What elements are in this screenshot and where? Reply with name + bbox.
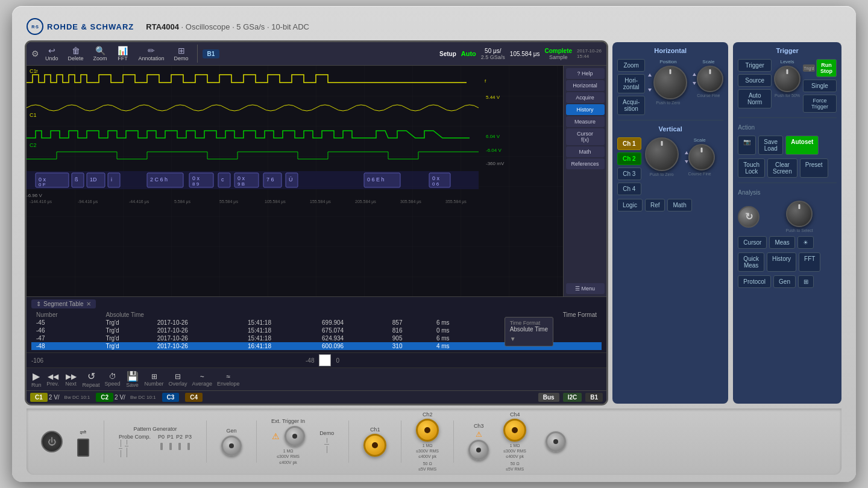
col-v2 bbox=[432, 311, 482, 319]
delete-button[interactable]: 🗑Delete bbox=[64, 45, 87, 63]
svg-text:-360 mV: -360 mV bbox=[486, 161, 505, 166]
waveform-svg: C1 f C1 C2 bbox=[27, 66, 563, 296]
horizontal-inst-button[interactable]: Hori- zontal bbox=[617, 74, 645, 93]
source-button[interactable]: Source bbox=[738, 74, 772, 87]
quick-meas-button[interactable]: Quick Meas bbox=[738, 252, 764, 272]
p2-connector: P2 bbox=[176, 434, 183, 450]
menu-button[interactable]: ☰ Menu bbox=[566, 283, 605, 294]
autoset-button[interactable]: Autoset bbox=[785, 136, 819, 155]
ch3-front-connector: Ch3 ⚠ bbox=[468, 423, 489, 460]
overlay-pb-button[interactable]: ⊟ Overlay bbox=[169, 372, 187, 387]
zoom-inst-button[interactable]: Zoom bbox=[617, 59, 645, 72]
force-trigger-button[interactable]: Force Trigger bbox=[803, 95, 837, 113]
zoom-button[interactable]: 🔍Zoom bbox=[90, 45, 111, 63]
fft-analysis-button[interactable]: FFT bbox=[799, 252, 820, 272]
references-button[interactable]: References bbox=[566, 158, 605, 169]
annotation-button[interactable]: ✏Annotation bbox=[135, 45, 168, 63]
svg-text:0 6: 0 6 bbox=[432, 181, 439, 187]
ch3-badge[interactable]: C3 bbox=[162, 393, 180, 402]
analysis-select-knob[interactable] bbox=[786, 201, 813, 227]
cursor-button[interactable]: Cursor f(x) bbox=[566, 128, 605, 145]
save-load-button[interactable]: Save Load bbox=[758, 136, 783, 155]
gen-button[interactable]: Gen bbox=[773, 275, 796, 288]
single-button[interactable]: Single bbox=[803, 80, 837, 92]
analysis-knob[interactable]: ↻ bbox=[738, 206, 760, 228]
ch1-vert-button[interactable]: Ch 1 bbox=[617, 137, 641, 150]
acquisition-button[interactable]: Acqui- sition bbox=[617, 96, 645, 115]
b1-indicator[interactable]: B1 bbox=[203, 49, 220, 58]
b1-badge[interactable]: B1 bbox=[585, 393, 603, 402]
envelope-pb-button[interactable]: ≈ Envelope bbox=[217, 372, 240, 387]
vert-scale-knob[interactable] bbox=[688, 144, 715, 170]
save-pb-button[interactable]: 💾 Save bbox=[125, 371, 140, 388]
help-button[interactable]: ? Help bbox=[566, 68, 605, 79]
clear-screen-button[interactable]: Clear Screen bbox=[767, 158, 797, 178]
position-knob[interactable] bbox=[653, 66, 687, 99]
trigger-button[interactable]: Trigger bbox=[738, 59, 772, 72]
action-title: Action bbox=[738, 124, 837, 131]
close-segment-table[interactable]: ✕ bbox=[86, 301, 91, 307]
brightness-button[interactable]: ☀ bbox=[797, 236, 814, 249]
ch4-vert-button[interactable]: Ch 4 bbox=[617, 183, 641, 195]
analysis-row2: Quick Meas History FFT bbox=[738, 252, 837, 272]
scale-knob[interactable] bbox=[697, 66, 723, 92]
repeat-pb-button[interactable]: ↺ Repeat bbox=[83, 371, 100, 388]
ch2-vert-button[interactable]: Ch 2 bbox=[617, 152, 641, 165]
measure-button[interactable]: Measure bbox=[566, 116, 605, 127]
run-pb-button[interactable]: ▶ Run bbox=[31, 371, 42, 388]
acquire-button[interactable]: Acquire bbox=[566, 92, 605, 103]
settings-icon[interactable]: ⚙ bbox=[31, 49, 39, 58]
ch3-vert-button[interactable]: Ch 3 bbox=[617, 167, 641, 180]
ch2-badge[interactable]: C2 bbox=[96, 393, 113, 402]
vert-position-knob[interactable] bbox=[645, 137, 679, 171]
history-analysis-button[interactable]: History bbox=[767, 252, 796, 272]
next-pb-button[interactable]: ▶▶ Next bbox=[64, 372, 78, 387]
svg-text:C1: C1 bbox=[30, 68, 37, 74]
toolbar-right: Setup Auto 50 μs/ 2.5 GSa/s 105.584 μs C… bbox=[439, 48, 602, 60]
ch4-bnc2 bbox=[546, 431, 566, 452]
auto-norm-button[interactable]: Auto Norm bbox=[738, 89, 772, 108]
trigger-mode-info: Auto bbox=[461, 50, 476, 57]
meas-button[interactable]: Meas bbox=[769, 236, 794, 249]
ch4-badge[interactable]: C4 bbox=[185, 393, 203, 402]
scale-label: Scale bbox=[702, 59, 714, 64]
power-button[interactable]: ⏻ bbox=[41, 431, 63, 452]
ch4-spec2: 50 Ω≤5V RMS bbox=[506, 461, 524, 472]
horizontal-button[interactable]: Horizontal bbox=[566, 80, 605, 91]
svg-text:c: c bbox=[221, 177, 224, 183]
average-pb-button[interactable]: ~ Average bbox=[192, 372, 212, 387]
cursor-analysis-button[interactable]: Cursor bbox=[738, 236, 767, 249]
run-stop-button[interactable]: Run Stop bbox=[816, 59, 837, 77]
protocol-button[interactable]: Protocol bbox=[738, 275, 771, 288]
grid-button[interactable]: ⊞ bbox=[798, 275, 814, 288]
touch-lock-button[interactable]: Touch Lock bbox=[738, 158, 765, 178]
ch2-front-connector: Ch2 1 MΩ≤300V RMS≤400V pk 50 Ω≤5V RMS bbox=[416, 411, 439, 471]
camera-button[interactable]: 📷 bbox=[738, 136, 756, 155]
ch1-badge[interactable]: C1 bbox=[30, 393, 48, 402]
prev-pb-button[interactable]: ◀◀ Prev. bbox=[46, 372, 60, 387]
trigger-title: Trigger bbox=[738, 47, 837, 54]
math-button-vert[interactable]: Math bbox=[667, 199, 691, 211]
fft-button[interactable]: 📊FFT bbox=[113, 45, 133, 63]
svg-text:9 B: 9 B bbox=[237, 181, 245, 187]
svg-text:0 x: 0 x bbox=[432, 175, 440, 181]
math-button[interactable]: Math bbox=[566, 146, 605, 157]
demo-button[interactable]: ⊞Demo bbox=[171, 45, 192, 63]
preset-button[interactable]: Preset bbox=[800, 158, 828, 178]
brand-bar: R·S ROHDE & SCHWARZ RTA4004 · Oscillosco… bbox=[27, 17, 841, 37]
ref-button[interactable]: Ref bbox=[645, 199, 665, 211]
section-divider bbox=[617, 120, 723, 120]
undo-button[interactable]: ↩Undo bbox=[42, 45, 62, 63]
segment-table-title: Segment Table bbox=[43, 301, 84, 307]
trigger-levels-knob[interactable] bbox=[774, 66, 800, 92]
bus-badge[interactable]: Bus bbox=[538, 393, 559, 402]
speed-pb-button[interactable]: ⏱ Speed bbox=[105, 372, 121, 387]
p3-pins bbox=[187, 443, 190, 450]
waveform-canvas[interactable]: C1 f C1 C2 bbox=[27, 66, 563, 296]
logic-button[interactable]: Logic bbox=[617, 199, 643, 211]
history-button[interactable]: History bbox=[566, 104, 605, 115]
vertical-title: Vertical bbox=[617, 125, 723, 133]
number-pb-button[interactable]: ⊞ Number bbox=[145, 372, 164, 387]
ch1-front-connector: Ch1 bbox=[363, 427, 386, 457]
i2c-badge[interactable]: I2C bbox=[563, 393, 582, 402]
